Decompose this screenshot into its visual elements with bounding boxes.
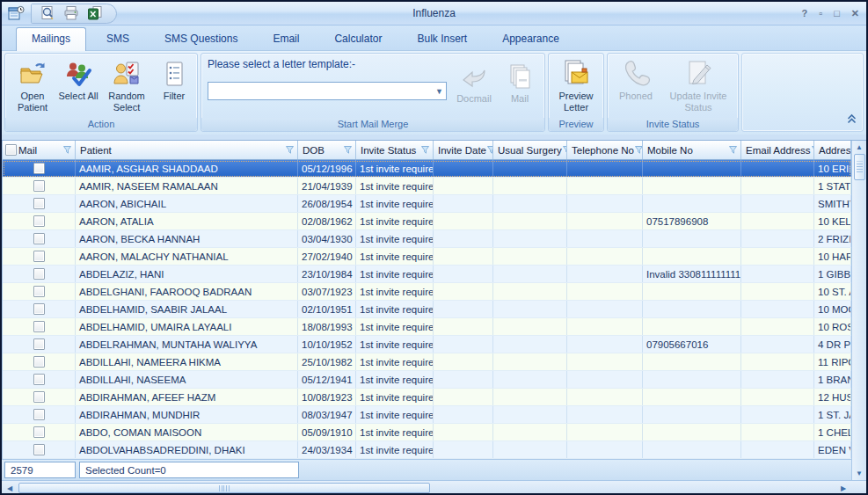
scroll-left-icon[interactable]: ◀ bbox=[3, 483, 17, 494]
maximize-button[interactable]: □ bbox=[834, 7, 840, 19]
row-checkbox[interactable] bbox=[33, 303, 45, 315]
column-header-usual_surgery[interactable]: Usual Surgery bbox=[493, 141, 567, 159]
cell-invite_status: 1st invite required bbox=[356, 353, 434, 370]
update-invite-status-button[interactable]: Update Invite Status bbox=[661, 55, 735, 117]
row-checkbox[interactable] bbox=[33, 251, 45, 262]
column-header-invite_date[interactable]: Invite Date bbox=[434, 141, 493, 159]
row-checkbox[interactable] bbox=[33, 198, 45, 209]
table-row[interactable]: ABDILLAHI, NAMEERA HIKMA25/10/19821st in… bbox=[3, 353, 851, 371]
row-checkbox[interactable] bbox=[33, 163, 45, 174]
table-row[interactable]: ABDOLVAHABSADREDDINI, DHAKI24/03/19341st… bbox=[3, 441, 851, 459]
button-label: Docmail bbox=[450, 93, 498, 105]
cell-dob: 05/09/1910 bbox=[298, 424, 356, 440]
table-row[interactable]: AARON, BECKA HANNAH03/04/19301st invite … bbox=[3, 230, 851, 248]
vertical-scroll-thumb[interactable] bbox=[854, 154, 865, 180]
table-row[interactable]: ABDIRAHMAN, AFEEF HAZM10/08/19231st invi… bbox=[3, 389, 851, 406]
row-checkbox[interactable] bbox=[33, 286, 45, 297]
table-row[interactable]: AARON, ATALIA02/08/19621st invite requir… bbox=[3, 213, 851, 230]
row-checkbox[interactable] bbox=[33, 338, 45, 350]
open-patient-button[interactable]: Open Patient bbox=[8, 55, 57, 117]
row-checkbox[interactable] bbox=[33, 180, 45, 192]
cell-mail bbox=[3, 389, 76, 405]
select-all-button[interactable]: Select All bbox=[57, 55, 99, 117]
preview-letter-button[interactable]: Preview Letter bbox=[551, 55, 601, 117]
horizontal-scrollbar[interactable]: ◀ ▶ bbox=[2, 480, 866, 495]
select-all-checkbox[interactable] bbox=[5, 144, 17, 156]
table-row[interactable]: ABDO, COMAN MAISOON05/09/19101st invite … bbox=[3, 424, 851, 441]
row-checkbox[interactable] bbox=[33, 321, 45, 332]
table-row[interactable]: AARON, MALACHY NATHANIAL27/02/19401st in… bbox=[3, 248, 851, 266]
cell-email bbox=[741, 441, 814, 458]
tab-bulk-insert[interactable]: Bulk Insert bbox=[402, 28, 482, 50]
group-title-preview: Preview bbox=[549, 118, 603, 131]
tab-sms[interactable]: SMS bbox=[91, 28, 144, 50]
filter-funnel-icon[interactable] bbox=[728, 145, 738, 155]
cell-invite_status: 1st invite required bbox=[356, 389, 434, 405]
tab-mailings[interactable]: Mailings bbox=[16, 27, 86, 51]
combo-dropdown-icon[interactable]: ▼ bbox=[433, 87, 446, 96]
table-row[interactable]: ABDELGHANI, FAAROOQ BADRAAN03/07/19231st… bbox=[3, 283, 851, 301]
cell-mobile bbox=[643, 178, 741, 194]
filter-funnel-icon[interactable] bbox=[285, 145, 295, 155]
row-checkbox[interactable] bbox=[33, 391, 45, 403]
letter-template-combo[interactable]: ▼ bbox=[208, 82, 447, 100]
row-checkbox[interactable] bbox=[33, 374, 45, 385]
table-row[interactable]: ABDELHAMID, UMAIRA LAYAALI18/08/19931st … bbox=[3, 318, 851, 336]
tab-sms-questions[interactable]: SMS Questions bbox=[150, 28, 252, 50]
row-checkbox[interactable] bbox=[33, 409, 45, 420]
cell-mobile bbox=[643, 195, 741, 212]
phoned-button[interactable]: Phoned bbox=[610, 55, 661, 117]
vertical-scrollbar[interactable]: ▲ ▼ bbox=[851, 141, 866, 480]
table-row[interactable]: AARON, ABICHAIL26/08/19541st invite requ… bbox=[3, 195, 851, 213]
column-header-address[interactable]: Address bbox=[814, 141, 851, 159]
table-row[interactable]: ABDELRAHMAN, MUNTAHA WALIYYA10/10/19521s… bbox=[3, 336, 851, 353]
table-row[interactable]: ABDILLAHI, NASEEMA05/12/19411st invite r… bbox=[3, 371, 851, 389]
filter-funnel-icon[interactable] bbox=[420, 145, 430, 155]
random-select-button[interactable]: Random Select bbox=[99, 55, 154, 117]
collapse-ribbon-icon[interactable] bbox=[846, 112, 857, 127]
filter-icon bbox=[160, 57, 188, 91]
row-checkbox[interactable] bbox=[33, 444, 45, 455]
filter-funnel-icon[interactable] bbox=[486, 145, 493, 155]
scroll-down-icon[interactable]: ▼ bbox=[852, 468, 866, 479]
table-row[interactable]: AAMIR, ASGHAR SHADDAAD05/12/19961st invi… bbox=[3, 160, 851, 178]
close-button[interactable]: ✕ bbox=[851, 7, 859, 19]
filter-button[interactable]: Filter bbox=[154, 55, 194, 117]
filter-funnel-icon[interactable] bbox=[343, 145, 353, 155]
column-header-mail[interactable]: Mail bbox=[3, 141, 76, 159]
row-checkbox[interactable] bbox=[33, 426, 45, 438]
cell-patient: ABDILLAHI, NAMEERA HIKMA bbox=[76, 353, 298, 370]
filter-funnel-icon[interactable] bbox=[634, 145, 643, 155]
column-header-mobile[interactable]: Mobile No bbox=[643, 141, 741, 159]
tab-appearance[interactable]: Appearance bbox=[487, 28, 574, 50]
cell-email bbox=[741, 424, 814, 440]
horizontal-scroll-thumb[interactable] bbox=[18, 483, 430, 493]
column-header-email[interactable]: Email Address bbox=[741, 141, 814, 159]
help-button[interactable]: ? bbox=[801, 7, 807, 19]
grid-body[interactable]: AAMIR, ASGHAR SHADDAAD05/12/19961st invi… bbox=[3, 160, 851, 459]
table-row[interactable]: AAMIR, NASEEM RAMALAAN21/04/19391st invi… bbox=[3, 178, 851, 195]
column-header-telephone[interactable]: Telephone No bbox=[567, 141, 643, 159]
cell-email bbox=[741, 301, 814, 317]
tab-email[interactable]: Email bbox=[258, 28, 314, 50]
row-checkbox[interactable] bbox=[33, 356, 45, 368]
table-row[interactable]: ABDELAZIZ, HANI23/10/19841st invite requ… bbox=[3, 266, 851, 283]
letter-template-input[interactable] bbox=[208, 84, 433, 98]
docmail-button[interactable]: Docmail bbox=[450, 57, 498, 114]
scroll-up-icon[interactable]: ▲ bbox=[852, 142, 866, 153]
row-checkbox[interactable] bbox=[33, 268, 45, 280]
filter-funnel-icon[interactable] bbox=[62, 145, 72, 155]
mail-button[interactable]: Mail bbox=[501, 57, 538, 114]
cell-dob: 26/08/1954 bbox=[298, 195, 356, 212]
column-header-dob[interactable]: DOB bbox=[298, 141, 356, 159]
scroll-right-icon[interactable]: ▶ bbox=[836, 483, 850, 494]
column-header-invite_status[interactable]: Invite Status bbox=[356, 141, 434, 159]
row-checkbox[interactable] bbox=[33, 215, 45, 227]
table-row[interactable]: ABDIRAHMAN, MUNDHIR08/03/19471st invite … bbox=[3, 406, 851, 424]
table-row[interactable]: ABDELHAMID, SAABIR JALAAL02/10/19511st i… bbox=[3, 301, 851, 318]
tab-calculator[interactable]: Calculator bbox=[319, 28, 397, 50]
cell-mail bbox=[3, 318, 76, 335]
column-header-patient[interactable]: Patient bbox=[76, 141, 298, 159]
row-checkbox[interactable] bbox=[33, 233, 45, 244]
minimize-button[interactable]: ▫ bbox=[819, 7, 822, 19]
